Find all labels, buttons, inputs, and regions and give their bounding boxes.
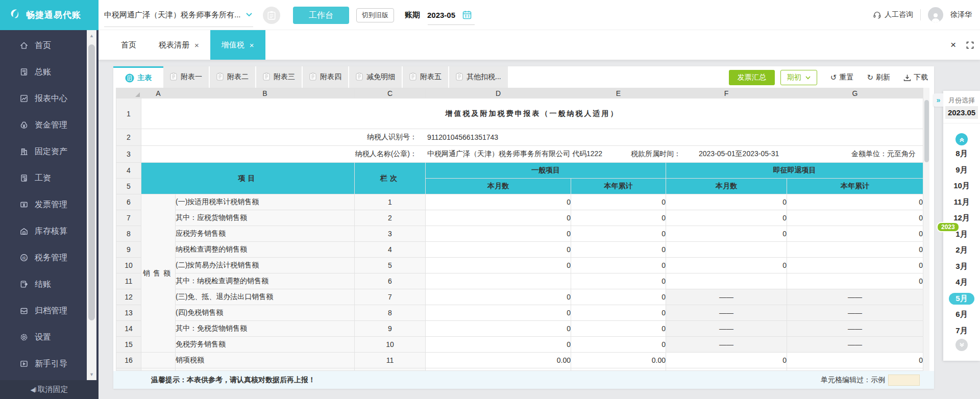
line-no-cell[interactable]: 7 — [355, 289, 426, 305]
cell[interactable]: 0 — [426, 194, 571, 210]
item-cell[interactable]: (二)按简易办法计税销售额 — [176, 258, 355, 273]
cell[interactable]: 0 — [426, 305, 571, 321]
sidebar-item-guide[interactable]: 新手引导 — [0, 351, 87, 377]
subtab-attachment-2[interactable]: 附表二 — [210, 66, 256, 88]
cell[interactable]: 0 — [787, 194, 923, 210]
line-no-cell[interactable]: 5 — [355, 258, 426, 273]
subtab-attachment-5[interactable]: 减免明细 — [349, 66, 403, 88]
cell[interactable]: —— — [787, 289, 923, 305]
row-header-2[interactable]: 2 — [116, 129, 141, 146]
subtab-attachment-6[interactable]: 附表五 — [403, 66, 449, 88]
sidebar-item-archive[interactable]: 归档管理 — [0, 297, 87, 324]
row-header-9[interactable]: 9 — [116, 242, 141, 258]
month-item-9月[interactable]: 9月 — [943, 162, 980, 179]
row-header-15[interactable]: 15 — [116, 337, 141, 353]
line-no-cell[interactable]: 4 — [355, 242, 426, 258]
row-header-4[interactable]: 4 — [116, 163, 141, 179]
cell[interactable]: —— — [666, 321, 787, 337]
line-no-cell[interactable]: 3 — [355, 226, 426, 242]
line-no-cell[interactable]: 11 — [355, 353, 426, 368]
month-item-4月[interactable]: 4月 — [943, 275, 980, 291]
line-no-cell[interactable]: 10 — [355, 337, 426, 353]
cell[interactable]: 0 — [571, 273, 666, 289]
cell[interactable]: 0 — [787, 258, 923, 273]
cell[interactable]: 0.00 — [571, 353, 666, 368]
scroll-down-arrow-icon[interactable]: ▼ — [87, 372, 96, 377]
month-item-8月[interactable]: 8月 — [943, 146, 980, 162]
download-button[interactable]: 下载 — [903, 73, 928, 82]
item-cell[interactable]: 销项税额 — [176, 353, 355, 368]
sheet-scrollbar[interactable] — [923, 88, 929, 371]
sidebar-item-settings[interactable]: 设置 — [0, 324, 87, 351]
row-header-3[interactable]: 3 — [116, 146, 141, 163]
support-link[interactable]: 人工咨询 — [873, 10, 913, 19]
column-header-A[interactable]: A — [141, 88, 176, 98]
cell[interactable]: 0 — [426, 289, 571, 305]
refresh-button[interactable]: ↻刷新 — [867, 73, 890, 82]
calendar-icon[interactable] — [462, 10, 472, 19]
cell[interactable] — [141, 353, 176, 368]
sidebar-item-reports[interactable]: 报表中心 — [0, 85, 87, 112]
column-header-F[interactable]: F — [666, 88, 787, 98]
cell[interactable]: 0 — [571, 321, 666, 337]
row-header-5[interactable]: 5 — [116, 179, 141, 194]
sidebar-item-assets[interactable]: 固定资产 — [0, 138, 87, 165]
cell[interactable]: 0 — [787, 273, 923, 289]
item-cell[interactable]: 其中：应税货物销售额 — [176, 210, 355, 226]
invoice-summary-button[interactable]: 发票汇总 — [729, 70, 775, 85]
row-header-10[interactable]: 10 — [116, 258, 141, 273]
tab-tax-form-list[interactable]: 税表清册 × — [148, 30, 210, 60]
fullscreen-icon[interactable] — [966, 41, 974, 49]
username[interactable]: 徐泽华 — [950, 10, 972, 19]
cell[interactable]: 0 — [571, 289, 666, 305]
scroll-up-arrow-icon[interactable]: ▲ — [87, 33, 96, 38]
item-cell[interactable]: (四)免税销售额 — [176, 305, 355, 321]
cell[interactable]: 0 — [426, 242, 571, 258]
cell[interactable]: 0.00 — [426, 353, 571, 368]
close-tab-icon[interactable]: × — [250, 41, 254, 49]
cell[interactable]: 0 — [571, 258, 666, 273]
line-no-cell[interactable]: 9 — [355, 321, 426, 337]
cell[interactable]: —— — [666, 305, 787, 321]
cell[interactable]: 0 — [571, 226, 666, 242]
row-header-6[interactable]: 6 — [116, 194, 141, 210]
row-header-8[interactable]: 8 — [116, 226, 141, 242]
cell[interactable]: 0 — [787, 226, 923, 242]
cell[interactable]: 0 — [787, 242, 923, 258]
month-item-3月[interactable]: 3月 — [943, 259, 980, 275]
line-no-cell[interactable]: 8 — [355, 305, 426, 321]
column-header-G[interactable]: G — [787, 88, 923, 98]
cell[interactable]: 0 — [571, 210, 666, 226]
item-cell[interactable]: 其中：纳税检查调整的销售额 — [176, 273, 355, 289]
line-no-cell[interactable]: 1 — [355, 194, 426, 210]
clipboard-button[interactable] — [263, 7, 280, 24]
line-no-cell[interactable]: 6 — [355, 273, 426, 289]
cell[interactable]: 0 — [426, 226, 571, 242]
opening-balance-button[interactable]: 期初 — [780, 70, 817, 85]
sidebar-item-funds[interactable]: 资金管理 — [0, 112, 87, 138]
item-cell[interactable]: 应税劳务销售额 — [176, 226, 355, 242]
item-cell[interactable]: 免税劳务销售额 — [176, 337, 355, 353]
sidebar-item-tax[interactable]: 税税务管理 — [0, 244, 87, 271]
cell[interactable]: 0 — [571, 337, 666, 353]
subtab-attachment-4[interactable]: 附表四 — [303, 66, 349, 88]
sidebar-item-ledger[interactable]: 总账 — [0, 59, 87, 85]
sidebar-item-home[interactable]: 首页 — [0, 32, 87, 59]
subtab-attachment-1[interactable]: 附表一 — [163, 66, 210, 88]
period-value[interactable]: 2023-05 — [427, 11, 455, 19]
cell[interactable]: 0 — [666, 194, 787, 210]
cell[interactable]: 0 — [426, 258, 571, 273]
cell[interactable]: —— — [787, 337, 923, 353]
cell[interactable] — [666, 242, 787, 258]
sidebar-item-payroll[interactable]: 工资 — [0, 165, 87, 191]
close-all-icon[interactable]: × — [950, 39, 956, 51]
cell[interactable]: 0 — [787, 210, 923, 226]
subtab-attachment-7[interactable]: 其他扣税... — [449, 66, 508, 88]
item-cell[interactable]: 纳税检查调整的销售额 — [176, 242, 355, 258]
cell[interactable]: —— — [787, 305, 923, 321]
switch-old-version-button[interactable]: 切到旧版 — [356, 8, 394, 22]
column-header-D[interactable]: D — [426, 88, 571, 98]
row-header-11[interactable]: 11 — [116, 273, 141, 289]
cell[interactable]: 0 — [426, 337, 571, 353]
row-header-13[interactable]: 13 — [116, 305, 141, 321]
